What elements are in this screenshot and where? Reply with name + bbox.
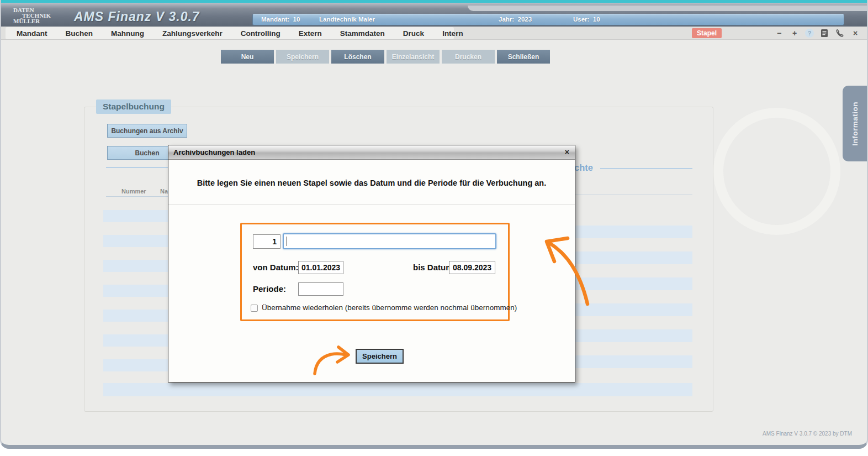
dialog-message: Bitte legen Sie einen neuen Stapel sowie… (168, 179, 575, 187)
menu-item-buchen[interactable]: Buchen (66, 29, 93, 38)
column-header-nummer: Nummer (121, 188, 146, 195)
periode-input[interactable] (298, 282, 343, 296)
drucken-button: Drucken (442, 50, 495, 64)
maximize-icon[interactable]: + (790, 28, 800, 38)
menu-item-extern[interactable]: Extern (299, 29, 322, 38)
stapel-mode-badge: Stapel (692, 28, 722, 38)
mandant-number: Mandant: 10 (261, 16, 300, 23)
dtm-logo: DATEN TECHNIK MÜLLER (13, 7, 51, 24)
app-window: DATEN TECHNIK MÜLLER AMS Finanz V 3.0.7 … (0, 0, 868, 449)
menu-item-stammdaten[interactable]: Stammdaten (340, 29, 385, 38)
logo-line: MÜLLER (13, 18, 51, 24)
dialog-title: Archivbuchungen laden (173, 148, 255, 156)
minimize-icon[interactable]: − (774, 28, 784, 38)
dialog-titlebar[interactable]: Archivbuchungen laden × (168, 145, 575, 160)
menu-bar: Mandant Buchen Mahnung Zahlungsverkehr C… (1, 27, 868, 40)
dialog-divider (168, 204, 575, 205)
menu-item-controlling[interactable]: Controlling (241, 29, 280, 38)
background-watermark (713, 108, 840, 235)
information-tab[interactable]: Information (843, 86, 867, 161)
stapel-name-input[interactable] (283, 233, 496, 249)
right-header-underline (575, 195, 692, 195)
stapel-number-input[interactable]: 1 (253, 234, 280, 249)
menu-item-druck[interactable]: Druck (403, 29, 424, 38)
notes-icon[interactable] (819, 28, 829, 38)
uebernahme-checkbox[interactable] (251, 305, 258, 312)
year-value: Jahr: 2023 (499, 16, 532, 23)
schliessen-button[interactable]: Schließen (497, 50, 550, 64)
header-bar: DATEN TECHNIK MÜLLER AMS Finanz V 3.0.7 … (1, 3, 868, 27)
header-tab-shape (468, 6, 868, 11)
menu-item-zahlungsverkehr[interactable]: Zahlungsverkehr (162, 29, 223, 38)
von-datum-input[interactable]: 01.01.2023 (298, 261, 343, 274)
uebernahme-checkbox-label: Übernahme wiederholen (bereits übernomme… (262, 303, 517, 312)
panel-title: Stapelbuchung (96, 99, 171, 114)
information-tab-label: Information (851, 102, 859, 146)
menu-items: Mandant Buchen Mahnung Zahlungsverkehr C… (17, 27, 463, 40)
menu-item-mandant[interactable]: Mandant (17, 29, 47, 38)
right-section-heading-fragment: chte (574, 163, 593, 173)
loeschen-button[interactable]: Löschen (331, 50, 384, 64)
buchungen-aus-archiv-button[interactable]: Buchungen aus Archiv (107, 124, 187, 138)
footer-version-text: AMS Finanz V 3.0.7 © 2023 by DTM (763, 431, 852, 437)
speichern-dialog-button[interactable]: Speichern (356, 349, 404, 364)
app-title: AMS Finanz V 3.0.7 (74, 9, 200, 24)
mandant-name: Landtechnik Maier (319, 16, 375, 23)
menu-item-intern[interactable]: Intern (442, 29, 463, 38)
help-icon[interactable]: ? (805, 29, 814, 38)
action-toolbar: Neu Speichern Löschen Einzelansicht Druc… (221, 50, 550, 64)
right-section-line (600, 168, 692, 169)
bis-datum-input[interactable]: 08.09.2023 (449, 261, 495, 274)
neu-button[interactable]: Neu (221, 50, 274, 64)
dialog-close-icon[interactable]: × (565, 148, 569, 156)
menu-item-mahnung[interactable]: Mahnung (111, 29, 144, 38)
phone-icon[interactable] (835, 28, 845, 38)
archivbuchungen-dialog: Archivbuchungen laden × Bitte legen Sie … (168, 145, 575, 382)
window-controls: − + ? × (774, 27, 860, 40)
table-footer-row (103, 383, 692, 396)
periode-label: Periode: (253, 284, 286, 293)
close-icon[interactable]: × (850, 28, 860, 38)
speichern-toolbar-button: Speichern (276, 50, 329, 64)
von-datum-label: von Datum: (253, 263, 299, 272)
session-info-bar: Mandant: 10 Landtechnik Maier Jahr: 2023… (252, 14, 844, 25)
user-value: User: 10 (573, 16, 600, 23)
einzelansicht-button: Einzelansicht (387, 50, 440, 64)
